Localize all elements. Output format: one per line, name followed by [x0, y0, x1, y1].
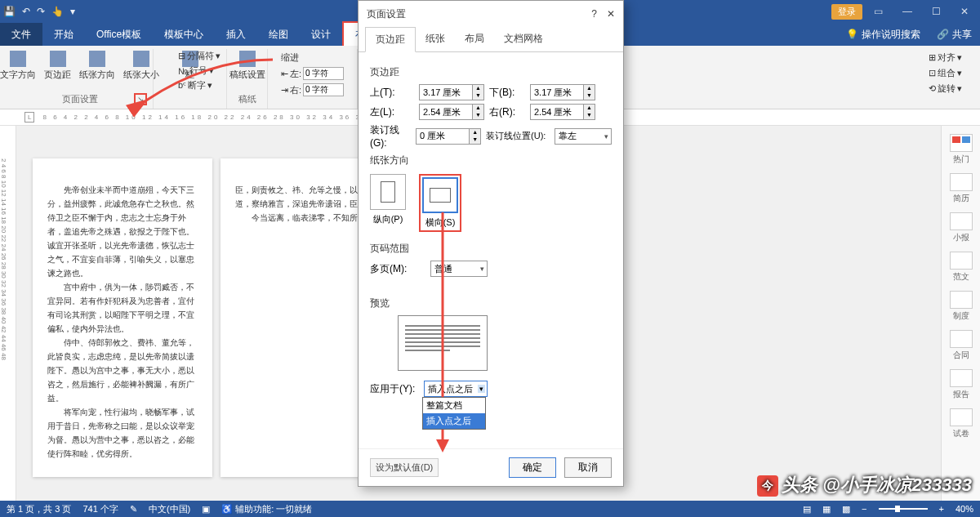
text-direction-button[interactable]: 文字方向: [0, 49, 39, 82]
ribbon-options-icon[interactable]: ▭: [866, 2, 891, 20]
pane-hot[interactable]: 热门: [947, 131, 976, 168]
tab-start[interactable]: 开始: [42, 23, 85, 47]
dialog-close-icon[interactable]: ✕: [607, 8, 615, 20]
group-button[interactable]: ⊡ 组合 ▾: [925, 66, 965, 80]
manuscript-button[interactable]: 稿纸设置: [226, 49, 269, 82]
set-default-button[interactable]: 设为默认值(D): [370, 458, 439, 477]
share-button[interactable]: 🔗 共享: [929, 28, 980, 42]
page-setup-launcher[interactable]: ↘: [134, 93, 147, 105]
indent-left-input[interactable]: [303, 67, 344, 80]
dialog-tab-margins[interactable]: 页边距: [365, 27, 416, 52]
apply-to-label: 应用于(Y):: [370, 382, 419, 396]
gutter-label: 装订线(G):: [370, 123, 411, 149]
pane-report[interactable]: 报告: [947, 366, 976, 403]
login-badge[interactable]: 登录: [831, 4, 862, 20]
pane-newspaper[interactable]: 小报: [947, 209, 976, 247]
manuscript-group-label: 稿纸: [238, 91, 256, 109]
dialog-tab-layout[interactable]: 布局: [455, 27, 494, 51]
page-setup-group-label: 页面设置: [62, 91, 98, 109]
tab-insert[interactable]: 插入: [215, 23, 257, 47]
redo-icon[interactable]: ↷: [37, 6, 45, 17]
tab-file[interactable]: 文件: [0, 23, 42, 47]
rotate-button[interactable]: ⟲ 旋转 ▾: [925, 82, 965, 96]
qat-more-icon[interactable]: ▾: [70, 6, 75, 17]
undo-icon[interactable]: ↶: [22, 6, 30, 17]
indent-left-row: ⇤ 左:: [278, 66, 347, 81]
left-margin-input[interactable]: [419, 104, 473, 120]
status-accessibility[interactable]: ♿ 辅助功能: 一切就绪: [221, 503, 312, 515]
bottom-margin-label: 下(B):: [489, 86, 525, 100]
tab-selector[interactable]: L: [24, 112, 34, 123]
dialog-tab-paper[interactable]: 纸张: [416, 27, 455, 51]
breaks-button[interactable]: ⊟ 分隔符 ▾: [175, 49, 224, 63]
maximize-icon[interactable]: ☐: [924, 2, 949, 20]
zoom-out-button[interactable]: −: [862, 504, 866, 514]
line-numbers-button[interactable]: № 行号 ▾: [175, 64, 224, 78]
pane-contract[interactable]: 合同: [947, 327, 976, 364]
margins-button[interactable]: 页边距: [41, 49, 74, 82]
view-web-icon[interactable]: ▩: [842, 504, 850, 515]
gutter-position-select[interactable]: 靠左: [555, 128, 612, 145]
apply-to-select[interactable]: 插入点之后: [424, 381, 488, 397]
status-macro-icon[interactable]: ▣: [202, 504, 210, 515]
status-language[interactable]: 中文(中国): [149, 503, 190, 515]
touch-icon[interactable]: 👆: [51, 6, 64, 17]
tell-me-search[interactable]: 💡 操作说明搜索: [838, 28, 929, 42]
indent-right-input[interactable]: [303, 83, 344, 96]
multi-pages-select[interactable]: 普通: [430, 261, 488, 277]
indent-right-row: ⇥ 右:: [278, 82, 347, 97]
pane-exam[interactable]: 试卷: [947, 405, 976, 443]
lightbulb-icon: 💡: [846, 29, 858, 40]
orientation-portrait[interactable]: 纵向(P): [370, 174, 406, 232]
tab-design[interactable]: 设计: [300, 23, 342, 47]
watermark: 今头条 @小手冰凉233333: [757, 473, 972, 497]
share-icon: 🔗: [937, 29, 949, 40]
orientation-landscape[interactable]: 横向(S): [419, 174, 461, 232]
multi-pages-label: 多页(M):: [370, 262, 414, 276]
dialog-tab-grid[interactable]: 文档网格: [494, 27, 553, 51]
tab-draw[interactable]: 绘图: [257, 23, 300, 47]
apply-option-after-cursor[interactable]: 插入点之后: [423, 413, 485, 429]
status-words[interactable]: 741 个字: [82, 503, 118, 515]
right-margin-input[interactable]: [530, 104, 584, 120]
bottom-margin-input[interactable]: [530, 84, 584, 100]
minimize-icon[interactable]: —: [894, 2, 920, 20]
status-spellcheck-icon[interactable]: ✎: [130, 504, 137, 515]
right-margin-label: 右(R):: [489, 105, 525, 119]
view-read-icon[interactable]: ▤: [803, 504, 811, 515]
zoom-in-button[interactable]: +: [939, 504, 944, 514]
pane-essay[interactable]: 范文: [947, 248, 976, 286]
close-icon[interactable]: ✕: [952, 2, 977, 20]
dialog-help-icon[interactable]: ?: [591, 8, 597, 20]
orientation-section-label: 纸张方向: [370, 154, 612, 167]
templates-pane: 热门 简历 小报 范文 制度 合同 报告 试卷: [941, 126, 980, 501]
left-margin-label: 左(L):: [370, 105, 414, 119]
document-page-1[interactable]: 先帝创业未半而中道崩殂，今天下三分，益州疲弊，此诚危急存亡之秋也。然侍卫之臣不懈…: [33, 158, 212, 477]
hyphenation-button[interactable]: bᶜ 断字 ▾: [175, 78, 224, 92]
indent-label: 缩进: [278, 51, 347, 65]
gutter-position-label: 装订线位置(U):: [486, 130, 550, 142]
tab-office-template[interactable]: Office模板: [85, 23, 153, 47]
cancel-button[interactable]: 取消: [564, 457, 612, 478]
vertical-ruler[interactable]: 2 4 6 8 10 12 14 16 18 20 22 24 26 28 30…: [0, 126, 16, 501]
pane-system[interactable]: 制度: [947, 287, 976, 325]
pages-section-label: 页码范围: [370, 242, 612, 256]
orientation-button[interactable]: 纸张方向: [76, 49, 118, 82]
horizontal-ruler[interactable]: 8 6 4 2 2 4 6 8 10 12 14 16 18 20 22 24 …: [42, 114, 368, 121]
ok-button[interactable]: 确定: [509, 457, 556, 478]
align-button[interactable]: ⊞ 对齐 ▾: [925, 51, 965, 65]
apply-to-dropdown: 整篇文档 插入点之后: [422, 397, 486, 430]
status-page[interactable]: 第 1 页，共 3 页: [7, 503, 71, 515]
view-print-icon[interactable]: ▦: [822, 504, 831, 515]
preview-thumbnail: [398, 315, 488, 371]
preview-section-label: 预览: [370, 296, 612, 310]
save-icon[interactable]: 💾: [3, 6, 16, 17]
pane-resume[interactable]: 简历: [947, 170, 976, 207]
top-margin-input[interactable]: [419, 84, 473, 100]
tab-template-center[interactable]: 模板中心: [153, 23, 215, 47]
gutter-input[interactable]: [416, 128, 470, 145]
zoom-level[interactable]: 40%: [956, 504, 973, 514]
apply-option-whole[interactable]: 整篇文档: [423, 398, 485, 413]
top-margin-label: 上(T):: [370, 86, 414, 100]
zoom-slider[interactable]: [879, 508, 928, 510]
